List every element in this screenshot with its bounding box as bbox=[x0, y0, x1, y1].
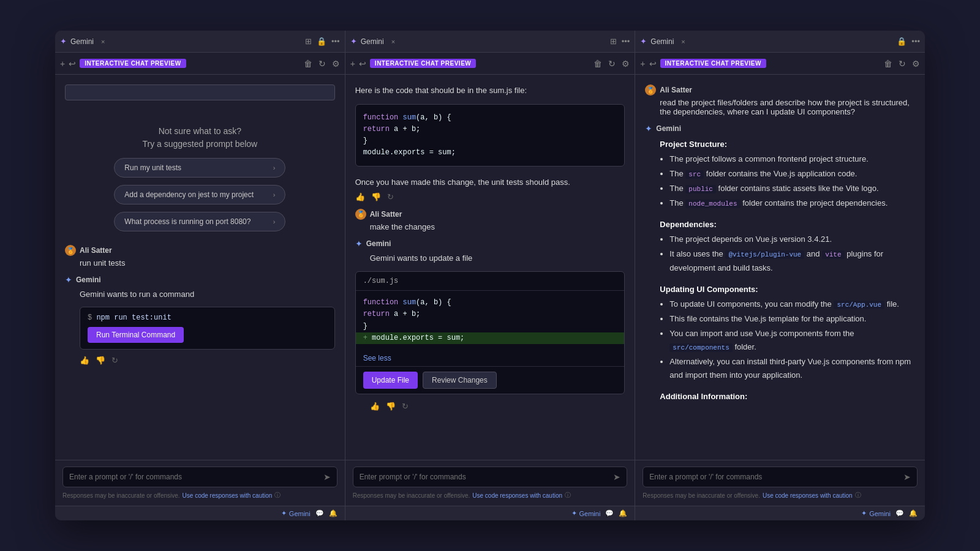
history-icon-2[interactable]: ↩ bbox=[359, 59, 366, 69]
suggestion-btn-3[interactable]: What process is running on port 8080? › bbox=[114, 212, 285, 231]
section-dependencies: Dependencies: bbox=[660, 220, 915, 229]
history-icon-3[interactable]: ↩ bbox=[649, 59, 657, 69]
input-row-3: ➤ bbox=[643, 467, 918, 487]
tab-close-3[interactable]: × bbox=[679, 37, 687, 47]
send-button-2[interactable]: ➤ bbox=[613, 472, 620, 482]
panel-2: ✦ Gemini × ⊞ ••• + ↩ INTERACTIVE CHAT PR… bbox=[345, 31, 636, 520]
input-area-3: ➤ Responses may be inaccurate or offensi… bbox=[635, 460, 925, 506]
thumbs-down-2b[interactable]: 👎 bbox=[386, 402, 396, 411]
refresh-icon-1[interactable]: ↻ bbox=[318, 59, 326, 69]
tab-close-1[interactable]: × bbox=[99, 37, 107, 47]
chat-input-1[interactable] bbox=[69, 473, 318, 481]
retry-2a[interactable]: ↻ bbox=[387, 192, 394, 201]
user-text-1: run unit tests bbox=[80, 258, 335, 268]
status-gem-icon-1: ✦ bbox=[281, 509, 287, 517]
split-icon-2[interactable]: ⊞ bbox=[610, 37, 617, 46]
gemini-wants-text-1: Gemini wants to run a command bbox=[80, 288, 335, 301]
chat-input-2[interactable] bbox=[360, 473, 609, 481]
more-icon-1[interactable]: ••• bbox=[331, 37, 340, 46]
thumbs-up-1[interactable]: 👍 bbox=[80, 356, 89, 365]
suggestion-btn-2[interactable]: Add a dependency on jest to my project › bbox=[114, 185, 285, 204]
settings-icon-3[interactable]: ⚙ bbox=[912, 59, 920, 69]
user-message-3: 🏅 Ali Satter read the project files/fold… bbox=[645, 84, 915, 116]
status-bell-1[interactable]: 🔔 bbox=[329, 509, 337, 517]
gemini-icon-1: ✦ bbox=[65, 275, 72, 285]
section-project-structure: Project Structure: bbox=[660, 140, 915, 149]
status-chat-2[interactable]: 💬 bbox=[605, 509, 614, 517]
tab-label-1: Gemini bbox=[70, 37, 94, 46]
status-chat-1[interactable]: 💬 bbox=[315, 509, 324, 517]
tab-actions-1: ⊞ 🔒 ••• bbox=[305, 37, 340, 46]
retry-2b[interactable]: ↻ bbox=[402, 402, 409, 411]
run-terminal-button[interactable]: Run Terminal Command bbox=[88, 327, 184, 343]
add-icon-2[interactable]: + bbox=[350, 59, 355, 69]
add-icon-3[interactable]: + bbox=[640, 59, 645, 69]
reaction-row-2a: 👍 👎 ↻ bbox=[355, 192, 625, 201]
thumbs-up-2a[interactable]: 👍 bbox=[355, 192, 365, 201]
tab-close-2[interactable]: × bbox=[389, 37, 398, 47]
suggestions-title-1: Not sure what to ask? Try a suggested pr… bbox=[142, 125, 257, 151]
more-icon-3[interactable]: ••• bbox=[911, 37, 920, 46]
status-bell-2[interactable]: 🔔 bbox=[619, 509, 627, 517]
disclaimer-link-3[interactable]: Use code responses with caution bbox=[763, 492, 853, 499]
refresh-icon-3[interactable]: ↻ bbox=[899, 59, 906, 69]
toolbar-1: + ↩ INTERACTIVE CHAT PREVIEW 🗑 ↻ ⚙ bbox=[55, 53, 345, 75]
more-icon-2[interactable]: ••• bbox=[622, 37, 630, 46]
info-icon-3: ⓘ bbox=[855, 491, 861, 500]
code-block-2: function sum(a, b) { return a + b; } mod… bbox=[355, 104, 625, 167]
lock-icon-1[interactable]: 🔒 bbox=[317, 37, 326, 46]
file-code-2: function sum(a, b) { return a + b; } + m… bbox=[356, 291, 625, 350]
see-less-2[interactable]: See less bbox=[356, 350, 625, 366]
lock-icon-3[interactable]: 🔒 bbox=[897, 37, 907, 46]
thumbs-down-2a[interactable]: 👎 bbox=[371, 192, 381, 201]
thumbs-down-1[interactable]: 👎 bbox=[96, 356, 105, 365]
reaction-row-2b: 👍 👎 ↻ bbox=[370, 402, 625, 411]
pass-text-2: Once you have made this change, the unit… bbox=[355, 176, 625, 189]
section-ui-components: Updating UI Components: bbox=[660, 285, 915, 294]
disclaimer-link-2[interactable]: Use code responses with caution bbox=[472, 492, 562, 499]
interactive-badge-2: INTERACTIVE CHAT PREVIEW bbox=[370, 59, 476, 68]
update-file-button[interactable]: Update File bbox=[363, 372, 418, 389]
settings-icon-2[interactable]: ⚙ bbox=[622, 59, 630, 69]
trash-icon-2[interactable]: 🗑 bbox=[594, 59, 602, 69]
reaction-row-1: 👍 👎 ↻ bbox=[80, 356, 335, 365]
user-message-1: 🏅 Ali Satter run unit tests bbox=[65, 245, 335, 268]
bullet-ui-components: To update UI components, you can modify … bbox=[660, 298, 915, 384]
panel-1: ✦ Gemini × ⊞ 🔒 ••• + ↩ INTERACTIVE CHAT … bbox=[55, 31, 345, 520]
trash-icon-1[interactable]: 🗑 bbox=[304, 59, 312, 69]
status-label-1: Gemini bbox=[289, 510, 311, 517]
gemini-intro-2: Here is the code that should be in the s… bbox=[355, 84, 625, 201]
chat-input-3[interactable] bbox=[649, 473, 899, 481]
trash-icon-3[interactable]: 🗑 bbox=[884, 59, 892, 69]
chat-area-1: Not sure what to ask? Try a suggested pr… bbox=[55, 75, 345, 460]
file-update-block-2: ./sum.js function sum(a, b) { return a +… bbox=[355, 271, 625, 394]
info-icon-1: ⓘ bbox=[274, 491, 281, 500]
interactive-badge-1: INTERACTIVE CHAT PREVIEW bbox=[80, 59, 186, 68]
settings-icon-1[interactable]: ⚙ bbox=[332, 59, 340, 69]
gemini-name-1: Gemini bbox=[76, 276, 101, 284]
send-button-1[interactable]: ➤ bbox=[323, 472, 331, 482]
intro-text-2: Here is the code that should be in the s… bbox=[355, 84, 625, 97]
refresh-icon-2[interactable]: ↻ bbox=[608, 59, 616, 69]
input-area-2: ➤ Responses may be inaccurate or offensi… bbox=[345, 460, 635, 506]
suggestion-btn-1[interactable]: Run my unit tests › bbox=[114, 158, 285, 178]
status-bell-3[interactable]: 🔔 bbox=[909, 509, 918, 517]
send-button-3[interactable]: ➤ bbox=[903, 472, 911, 482]
history-icon-1[interactable]: ↩ bbox=[69, 59, 76, 69]
tab-bar-1: ✦ Gemini × ⊞ 🔒 ••• bbox=[55, 31, 345, 53]
status-chat-3[interactable]: 💬 bbox=[895, 509, 904, 517]
add-icon-1[interactable]: + bbox=[60, 59, 65, 69]
review-changes-button[interactable]: Review Changes bbox=[423, 372, 497, 389]
gemini-name-3: Gemini bbox=[656, 124, 681, 133]
disclaimer-3: Responses may be inaccurate or offensive… bbox=[643, 491, 918, 500]
thumbs-up-2b[interactable]: 👍 bbox=[370, 402, 380, 411]
user-text-2: make the changes bbox=[370, 222, 625, 231]
panel-3: ✦ Gemini × 🔒 ••• + ↩ INTERACTIVE CHAT PR… bbox=[635, 31, 925, 520]
split-icon-1[interactable]: ⊞ bbox=[305, 37, 312, 46]
disclaimer-link-1[interactable]: Use code responses with caution bbox=[183, 492, 273, 499]
retry-1[interactable]: ↻ bbox=[111, 356, 118, 365]
gemini-wants-file-2: Gemini wants to update a file bbox=[370, 252, 625, 264]
status-gem-icon-2: ✦ bbox=[571, 509, 577, 517]
chat-area-2: Here is the code that should be in the s… bbox=[345, 75, 635, 460]
status-gem-icon-3: ✦ bbox=[861, 509, 867, 517]
